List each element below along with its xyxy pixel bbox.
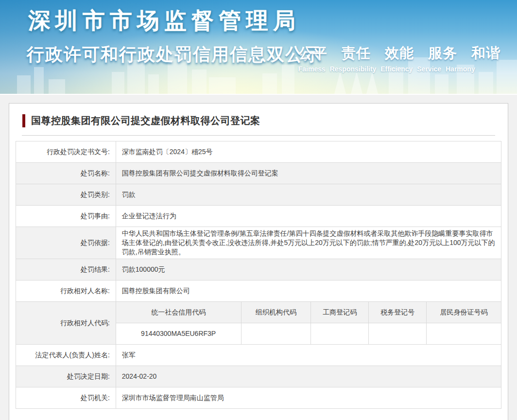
- row-value: 深圳市市场监督管理局南山监管局: [116, 387, 501, 409]
- row-label: 处罚依据:: [16, 227, 116, 259]
- header-banner: 深圳市市场监督管理局 行政许可和行政处罚信用信息双公示 公平 责任 效能 服务 …: [0, 0, 517, 95]
- row-value: 罚款100000元: [116, 259, 501, 280]
- penalty-info-table: 行政处罚决定书文号: 深市监南处罚〔2024〕稽25号 处罚名称: 国尊控股集团…: [16, 141, 501, 409]
- code-value: 91440300MA5EU6RF3P: [116, 323, 241, 345]
- party-code-header-row: 行政相对人代码: 统一社会信用代码 组织机构代码 工商登记码 税务登记号 居民身…: [16, 302, 501, 323]
- row-label: 处罚结果:: [16, 259, 116, 280]
- table-row: 行政处罚决定书文号: 深市监南处罚〔2024〕稽25号: [16, 141, 501, 163]
- code-col-header: 工商登记码: [311, 302, 369, 323]
- code-col-header: 居民身份证号码: [427, 302, 501, 323]
- row-value: 深市监南处罚〔2024〕稽25号: [116, 141, 501, 163]
- row-value: 罚款: [116, 184, 501, 206]
- row-label: 行政处罚决定书文号:: [16, 141, 116, 163]
- table-row: 行政相对人名称: 国尊控股集团有限公司: [16, 280, 501, 302]
- code-value: [311, 323, 369, 345]
- code-col-header: 统一社会信用代码: [116, 302, 241, 323]
- row-label: 行政相对人名称:: [16, 280, 116, 302]
- code-value: [369, 323, 427, 345]
- code-col-header: 税务登记号: [369, 302, 427, 323]
- row-label: 行政相对人代码:: [16, 302, 116, 345]
- code-value: [427, 323, 501, 345]
- row-label: 处罚机关:: [16, 387, 116, 409]
- table-row: 处罚结果: 罚款100000元: [16, 259, 501, 280]
- row-value: 国尊控股集团有限公司: [116, 280, 501, 302]
- content-panel: 国尊控股集团有限公司提交虚假材料取得公司登记案 行政处罚决定书文号: 深市监南处…: [9, 103, 508, 420]
- table-row: 处罚决定日期: 2024-02-20: [16, 366, 501, 387]
- row-value: 国尊控股集团有限公司提交虚假材料取得公司登记案: [116, 163, 501, 184]
- row-value: 张军: [116, 345, 501, 366]
- row-label: 法定代表人(负责人)姓名:: [16, 345, 116, 366]
- table-row: 处罚类别: 罚款: [16, 184, 501, 206]
- case-title-block: 国尊控股集团有限公司提交虚假材料取得公司登记案: [16, 113, 501, 135]
- row-label: 处罚事由:: [16, 206, 116, 227]
- code-col-header: 组织机构代码: [241, 302, 311, 323]
- code-value: [241, 323, 311, 345]
- case-title: 国尊控股集团有限公司提交虚假材料取得公司登记案: [31, 114, 260, 127]
- banner-subtitle: 行政许可和行政处罚信用信息双公示: [27, 43, 322, 67]
- row-value: 中华人民共和国市场主体登记管理条例/第五章法律责任/第四十四条提交虚假材料或者采…: [116, 227, 501, 259]
- row-label: 处罚决定日期:: [16, 366, 116, 387]
- table-row: 法定代表人(负责人)姓名: 张军: [16, 345, 501, 366]
- banner-motto: 公平 责任 效能 服务 和谐 Faimess Responsibility Ef…: [298, 44, 500, 73]
- motto-chinese: 公平 责任 效能 服务 和谐: [298, 44, 500, 63]
- table-row: 处罚依据: 中华人民共和国市场主体登记管理条例/第五章法律责任/第四十四条提交虚…: [16, 227, 501, 259]
- row-label: 处罚名称:: [16, 163, 116, 184]
- motto-english: Faimess Responsibility Efficiency Servic…: [298, 65, 500, 73]
- title-divider: [22, 135, 495, 136]
- row-label: 处罚类别:: [16, 184, 116, 206]
- org-name-title: 深圳市市场监督管理局: [28, 8, 300, 34]
- table-row: 处罚机关: 深圳市市场监督管理局南山监管局: [16, 387, 501, 409]
- row-value: 2024-02-20: [116, 366, 501, 387]
- table-row: 处罚事由: 企业登记违法行为: [16, 206, 501, 227]
- table-row: 处罚名称: 国尊控股集团有限公司提交虚假材料取得公司登记案: [16, 163, 501, 184]
- title-accent-bar: [22, 114, 25, 127]
- row-value: 企业登记违法行为: [116, 206, 501, 227]
